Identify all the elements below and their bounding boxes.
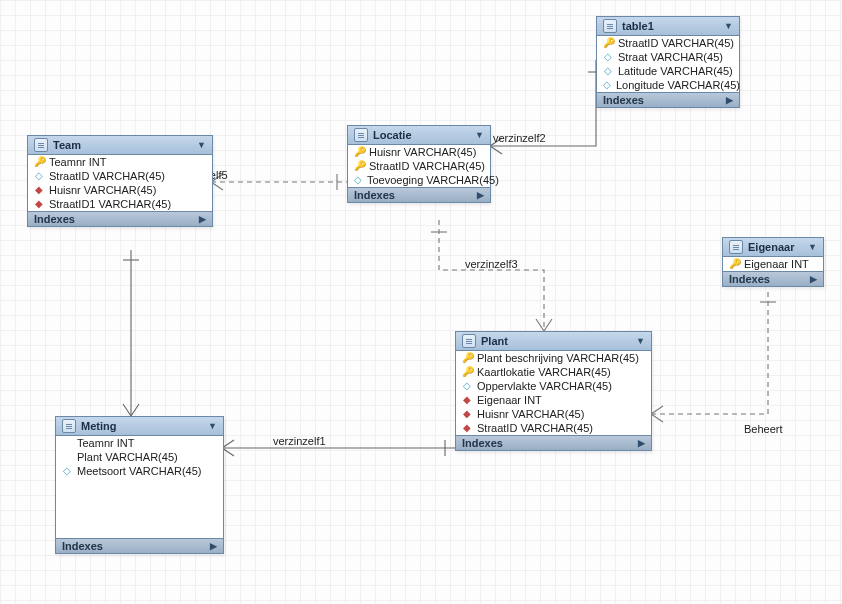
- column-text: StraatID1 VARCHAR(45): [49, 198, 171, 210]
- entity-meting[interactable]: Meting ▼ ·Teamnr INT ·Plant VARCHAR(45) …: [55, 416, 224, 554]
- column-text: Toevoeging VARCHAR(45): [367, 174, 499, 186]
- key-icon: 🔑: [34, 157, 44, 167]
- key-icon: 🔑: [603, 38, 613, 48]
- diamond-icon: ◆: [462, 423, 472, 433]
- chevron-right-icon: ▶: [477, 190, 484, 200]
- entity-columns: 🔑Huisnr VARCHAR(45) 🔑StraatID VARCHAR(45…: [348, 145, 490, 187]
- table-icon: [34, 138, 48, 152]
- key-icon: 🔑: [462, 367, 472, 377]
- column-item[interactable]: 🔑StraatID VARCHAR(45): [348, 159, 490, 173]
- diamond-icon: ◆: [34, 185, 44, 195]
- column-text: Plant VARCHAR(45): [77, 451, 178, 463]
- entity-header[interactable]: Plant ▼: [456, 332, 651, 351]
- column-item[interactable]: ◇Oppervlakte VARCHAR(45): [456, 379, 651, 393]
- entity-header[interactable]: table1 ▼: [597, 17, 739, 36]
- indexes-section[interactable]: Indexes ▶: [597, 92, 739, 107]
- indexes-section[interactable]: Indexes ▶: [456, 435, 651, 450]
- entity-title: Eigenaar: [748, 241, 794, 253]
- column-item[interactable]: ·Plant VARCHAR(45): [56, 450, 223, 464]
- entity-header[interactable]: Locatie ▼: [348, 126, 490, 145]
- column-text: Teamnr INT: [77, 437, 134, 449]
- indexes-label: Indexes: [354, 189, 395, 201]
- indexes-section[interactable]: Indexes ▶: [348, 187, 490, 202]
- blank-icon: ·: [62, 438, 72, 448]
- chevron-down-icon[interactable]: ▼: [208, 421, 217, 431]
- key-icon: 🔑: [729, 259, 739, 269]
- indexes-section[interactable]: Indexes ▶: [56, 538, 223, 553]
- entity-title: table1: [622, 20, 654, 32]
- rel-label-verzinzelf2: verzinzelf2: [493, 132, 546, 144]
- column-item[interactable]: 🔑Teamnr INT: [28, 155, 212, 169]
- column-item[interactable]: 🔑StraatID VARCHAR(45): [597, 36, 739, 50]
- indexes-label: Indexes: [729, 273, 770, 285]
- diamond-icon: ◇: [603, 80, 611, 90]
- column-text: Huisnr VARCHAR(45): [477, 408, 584, 420]
- entity-header[interactable]: Team ▼: [28, 136, 212, 155]
- table-icon: [603, 19, 617, 33]
- entity-locatie[interactable]: Locatie ▼ 🔑Huisnr VARCHAR(45) 🔑StraatID …: [347, 125, 491, 203]
- chevron-right-icon: ▶: [810, 274, 817, 284]
- entity-title: Plant: [481, 335, 508, 347]
- column-item[interactable]: ◇StraatID VARCHAR(45): [28, 169, 212, 183]
- column-item[interactable]: ◆Eigenaar INT: [456, 393, 651, 407]
- column-text: Latitude VARCHAR(45): [618, 65, 733, 77]
- diamond-icon: ◇: [462, 381, 472, 391]
- column-item[interactable]: 🔑Plant beschrijving VARCHAR(45): [456, 351, 651, 365]
- diamond-icon: ◆: [34, 199, 44, 209]
- column-item[interactable]: ◇Latitude VARCHAR(45): [597, 64, 739, 78]
- entity-header[interactable]: Eigenaar ▼: [723, 238, 823, 257]
- column-item[interactable]: ◇Longitude VARCHAR(45): [597, 78, 739, 92]
- column-text: StraatID VARCHAR(45): [369, 160, 485, 172]
- column-item[interactable]: ◇Straat VARCHAR(45): [597, 50, 739, 64]
- column-item[interactable]: ◇Toevoeging VARCHAR(45): [348, 173, 490, 187]
- table-icon: [62, 419, 76, 433]
- chevron-right-icon: ▶: [199, 214, 206, 224]
- diamond-icon: ◇: [603, 66, 613, 76]
- column-text: Huisnr VARCHAR(45): [369, 146, 476, 158]
- diamond-icon: ◆: [462, 409, 472, 419]
- entity-title: Team: [53, 139, 81, 151]
- column-item[interactable]: 🔑Kaartlokatie VARCHAR(45): [456, 365, 651, 379]
- entity-title: Meting: [81, 420, 116, 432]
- key-icon: 🔑: [462, 353, 472, 363]
- indexes-label: Indexes: [62, 540, 103, 552]
- entity-table1[interactable]: table1 ▼ 🔑StraatID VARCHAR(45) ◇Straat V…: [596, 16, 740, 108]
- chevron-down-icon[interactable]: ▼: [636, 336, 645, 346]
- column-item[interactable]: ◆StraatID1 VARCHAR(45): [28, 197, 212, 211]
- indexes-section[interactable]: Indexes ▶: [723, 271, 823, 286]
- column-item[interactable]: ◆Huisnr VARCHAR(45): [28, 183, 212, 197]
- column-item[interactable]: 🔑Huisnr VARCHAR(45): [348, 145, 490, 159]
- entity-title: Locatie: [373, 129, 412, 141]
- column-item[interactable]: ◇Meetsoort VARCHAR(45): [56, 464, 223, 478]
- indexes-section[interactable]: Indexes ▶: [28, 211, 212, 226]
- chevron-right-icon: ▶: [726, 95, 733, 105]
- diamond-icon: ◇: [34, 171, 44, 181]
- entity-header[interactable]: Meting ▼: [56, 417, 223, 436]
- column-text: Huisnr VARCHAR(45): [49, 184, 156, 196]
- entity-eigenaar[interactable]: Eigenaar ▼ 🔑Eigenaar INT Indexes ▶: [722, 237, 824, 287]
- column-item[interactable]: ·Teamnr INT: [56, 436, 223, 450]
- chevron-down-icon[interactable]: ▼: [724, 21, 733, 31]
- entity-columns: ·Teamnr INT ·Plant VARCHAR(45) ◇Meetsoor…: [56, 436, 223, 538]
- column-text: StraatID VARCHAR(45): [49, 170, 165, 182]
- column-item[interactable]: ◆StraatID VARCHAR(45): [456, 421, 651, 435]
- indexes-label: Indexes: [462, 437, 503, 449]
- entity-plant[interactable]: Plant ▼ 🔑Plant beschrijving VARCHAR(45) …: [455, 331, 652, 451]
- column-text: StraatID VARCHAR(45): [618, 37, 734, 49]
- entity-columns: 🔑Eigenaar INT: [723, 257, 823, 271]
- diagram-canvas: verzinzelf5 verzinzelf2 verzinzelf3 verz…: [0, 0, 842, 604]
- column-text: Plant beschrijving VARCHAR(45): [477, 352, 639, 364]
- rel-label-verzinzelf1: verzinzelf1: [273, 435, 326, 447]
- diamond-icon: ◆: [462, 395, 472, 405]
- key-icon: 🔑: [354, 161, 364, 171]
- column-text: Eigenaar INT: [477, 394, 542, 406]
- chevron-down-icon[interactable]: ▼: [808, 242, 817, 252]
- chevron-right-icon: ▶: [638, 438, 645, 448]
- column-item[interactable]: ◆Huisnr VARCHAR(45): [456, 407, 651, 421]
- chevron-down-icon[interactable]: ▼: [197, 140, 206, 150]
- column-item[interactable]: 🔑Eigenaar INT: [723, 257, 823, 271]
- diamond-icon: ◇: [603, 52, 613, 62]
- entity-team[interactable]: Team ▼ 🔑Teamnr INT ◇StraatID VARCHAR(45)…: [27, 135, 213, 227]
- rel-label-verzinzelf3: verzinzelf3: [465, 258, 518, 270]
- chevron-down-icon[interactable]: ▼: [475, 130, 484, 140]
